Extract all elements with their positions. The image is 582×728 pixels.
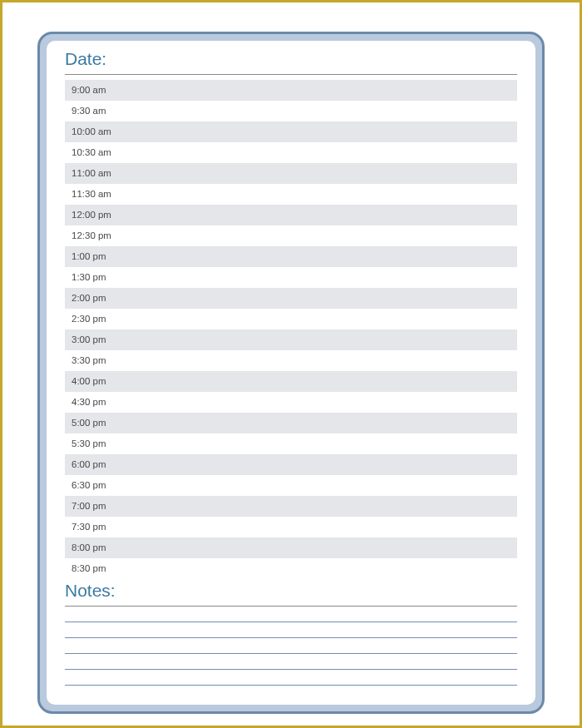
time-row[interactable]: 9:30 am — [65, 101, 517, 121]
time-row[interactable]: 7:30 pm — [65, 517, 517, 537]
time-row[interactable]: 3:30 pm — [65, 350, 517, 371]
planner-card: Date: 9:00 am9:30 am10:00 am10:30 am11:0… — [37, 32, 545, 714]
note-line[interactable] — [65, 622, 517, 622]
time-row[interactable]: 2:30 pm — [65, 309, 517, 329]
time-row[interactable]: 3:00 pm — [65, 329, 517, 350]
page-border: Date: 9:00 am9:30 am10:00 am10:30 am11:0… — [0, 0, 582, 728]
time-row[interactable]: 11:30 am — [65, 184, 517, 205]
time-row[interactable]: 7:00 pm — [65, 496, 517, 517]
note-line[interactable] — [65, 637, 517, 638]
time-row[interactable]: 9:00 am — [65, 80, 517, 101]
time-row[interactable]: 1:30 pm — [65, 267, 517, 288]
time-row[interactable]: 6:30 pm — [65, 475, 517, 496]
date-heading-underline — [65, 74, 517, 75]
time-row[interactable]: 11:00 am — [65, 163, 517, 184]
time-row[interactable]: 4:00 pm — [65, 371, 517, 392]
time-row[interactable]: 4:30 pm — [65, 392, 517, 413]
note-line[interactable] — [65, 653, 517, 654]
notes-section: Notes: — [65, 581, 517, 686]
time-row[interactable]: 8:00 pm — [65, 537, 517, 558]
time-row[interactable]: 2:00 pm — [65, 288, 517, 309]
time-row[interactable]: 12:30 pm — [65, 225, 517, 246]
note-line[interactable] — [65, 685, 517, 686]
planner-inner: Date: 9:00 am9:30 am10:00 am10:30 am11:0… — [47, 41, 535, 705]
note-lines-area — [65, 622, 517, 686]
time-row[interactable]: 10:00 am — [65, 121, 517, 142]
time-row[interactable]: 12:00 pm — [65, 205, 517, 225]
notes-heading: Notes: — [65, 581, 517, 602]
time-row[interactable]: 1:00 pm — [65, 246, 517, 267]
time-row[interactable]: 10:30 am — [65, 142, 517, 163]
time-row[interactable]: 8:30 pm — [65, 558, 517, 579]
note-line[interactable] — [65, 669, 517, 670]
time-row[interactable]: 6:00 pm — [65, 454, 517, 475]
notes-heading-underline — [65, 606, 517, 607]
time-row[interactable]: 5:00 pm — [65, 413, 517, 433]
time-slots-list: 9:00 am9:30 am10:00 am10:30 am11:00 am11… — [65, 80, 517, 579]
date-heading: Date: — [65, 49, 517, 71]
time-row[interactable]: 5:30 pm — [65, 433, 517, 454]
